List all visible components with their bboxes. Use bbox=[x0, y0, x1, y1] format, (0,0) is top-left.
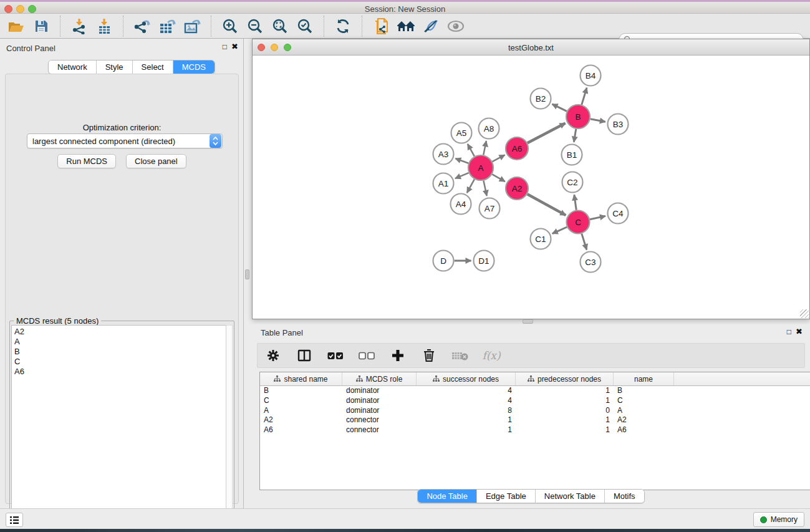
cell-name[interactable]: A bbox=[614, 406, 674, 416]
tab-network-table[interactable]: Network Table bbox=[536, 490, 605, 503]
table-row[interactable]: A6connector11A6 bbox=[260, 425, 810, 435]
export-network-button[interactable] bbox=[130, 16, 155, 37]
column-header-shared-name[interactable]: shared name bbox=[260, 372, 342, 385]
zoom-selected-button[interactable] bbox=[292, 16, 317, 37]
run-mcds-button[interactable]: Run MCDS bbox=[57, 154, 116, 168]
mcds-result-item[interactable]: A6 bbox=[14, 367, 226, 377]
column-header-successor-nodes[interactable]: successor nodes bbox=[417, 372, 516, 385]
home-view-button[interactable] bbox=[393, 16, 418, 37]
cell-predecessor-nodes[interactable]: 1 bbox=[516, 396, 614, 406]
new-session-from-network-button[interactable] bbox=[369, 16, 393, 37]
table-panel-float-button[interactable]: □ bbox=[787, 327, 791, 336]
table-row[interactable]: Bdominator41B bbox=[260, 386, 810, 396]
add-column-button[interactable] bbox=[390, 347, 406, 364]
zoom-out-button[interactable] bbox=[243, 16, 268, 37]
table-body[interactable]: Bdominator41BCdominator41CAdominator80AA… bbox=[260, 386, 810, 435]
tab-mcds[interactable]: MCDS bbox=[173, 60, 215, 74]
zoom-fit-button[interactable] bbox=[268, 16, 292, 37]
edge-C-C2[interactable] bbox=[574, 195, 576, 210]
table-panel-close-button[interactable]: ✖ bbox=[796, 327, 803, 336]
delete-column-button[interactable] bbox=[421, 347, 437, 364]
apply-function-button[interactable]: f(x) bbox=[483, 347, 499, 364]
edge-A-A5[interactable] bbox=[468, 144, 475, 157]
edge-C-C4[interactable] bbox=[590, 216, 605, 219]
hide-graphics-details-button[interactable] bbox=[418, 16, 443, 37]
horizontal-split-divider-handle[interactable] bbox=[523, 319, 533, 324]
table-row[interactable]: Cdominator41C bbox=[260, 396, 810, 406]
tab-edge-table[interactable]: Edge Table bbox=[477, 490, 536, 503]
column-header-MCDS-role[interactable]: MCDS role bbox=[342, 372, 417, 385]
close-panel-button[interactable]: Close panel bbox=[126, 154, 186, 168]
refresh-button[interactable] bbox=[330, 16, 355, 37]
deselect-all-rows-button[interactable] bbox=[359, 347, 375, 364]
network-window-titlebar[interactable]: testGlobe.txt bbox=[253, 39, 809, 56]
cell-shared-name[interactable]: B bbox=[260, 386, 342, 396]
cell-name[interactable]: A6 bbox=[614, 425, 674, 435]
export-image-button[interactable] bbox=[180, 16, 205, 37]
cell-MCDS-role[interactable]: dominator bbox=[342, 406, 417, 416]
edge-A-A3[interactable] bbox=[455, 158, 468, 163]
cell-name[interactable]: C bbox=[614, 396, 674, 406]
mcds-result-scrollbar[interactable] bbox=[226, 325, 233, 532]
split-table-view-button[interactable] bbox=[296, 347, 312, 364]
edge-A-A6[interactable] bbox=[493, 155, 505, 162]
tab-network[interactable]: Network bbox=[49, 60, 97, 74]
open-file-button[interactable] bbox=[4, 16, 29, 37]
edge-A-A7[interactable] bbox=[483, 181, 486, 196]
task-history-button[interactable] bbox=[6, 513, 23, 527]
memory-button[interactable]: Memory bbox=[753, 512, 804, 527]
table-settings-gear-button[interactable] bbox=[265, 347, 281, 364]
export-table-button[interactable] bbox=[155, 16, 180, 37]
cell-successor-nodes[interactable]: 8 bbox=[417, 406, 516, 416]
cell-shared-name[interactable]: A6 bbox=[260, 425, 342, 435]
table-row[interactable]: Adominator80A bbox=[260, 406, 810, 416]
edge-A6-B[interactable] bbox=[528, 123, 566, 143]
edge-A-A1[interactable] bbox=[455, 173, 469, 178]
delete-table-button[interactable] bbox=[452, 347, 468, 364]
tab-style[interactable]: Style bbox=[97, 60, 133, 74]
cell-successor-nodes[interactable]: 4 bbox=[417, 396, 516, 406]
show-graphics-details-button[interactable] bbox=[443, 16, 468, 37]
cell-shared-name[interactable]: C bbox=[260, 396, 342, 406]
cell-predecessor-nodes[interactable]: 1 bbox=[516, 425, 614, 435]
edge-B-B4[interactable] bbox=[582, 88, 587, 105]
import-network-button[interactable] bbox=[67, 16, 92, 37]
save-session-button[interactable] bbox=[29, 16, 54, 37]
tab-node-table[interactable]: Node Table bbox=[418, 490, 477, 503]
control-panel-close-button[interactable]: ✖ bbox=[231, 42, 238, 51]
cell-predecessor-nodes[interactable]: 1 bbox=[516, 415, 614, 425]
edge-B-B1[interactable] bbox=[574, 129, 576, 142]
edge-A-A8[interactable] bbox=[483, 141, 486, 155]
cell-MCDS-role[interactable]: dominator bbox=[342, 386, 417, 396]
cell-shared-name[interactable]: A bbox=[260, 406, 342, 416]
vertical-split-divider-handle[interactable] bbox=[245, 269, 249, 279]
edge-B-B3[interactable] bbox=[591, 119, 605, 122]
zoom-in-button[interactable] bbox=[218, 16, 243, 37]
cell-MCDS-role[interactable]: dominator bbox=[342, 396, 417, 406]
column-header-predecessor-nodes[interactable]: predecessor nodes bbox=[516, 372, 614, 385]
tab-select[interactable]: Select bbox=[133, 60, 173, 74]
cell-predecessor-nodes[interactable]: 1 bbox=[516, 386, 614, 396]
criterion-dropdown[interactable]: largest connected component (directed) bbox=[27, 133, 223, 148]
edge-A-A4[interactable] bbox=[467, 179, 475, 193]
edge-B-B2[interactable] bbox=[552, 104, 567, 111]
mcds-result-item[interactable]: A bbox=[14, 337, 226, 347]
cell-shared-name[interactable]: A2 bbox=[260, 415, 342, 425]
edge-A2-C[interactable] bbox=[528, 194, 566, 215]
cell-name[interactable]: B bbox=[614, 386, 674, 396]
edge-C-C3[interactable] bbox=[582, 234, 587, 250]
mcds-result-list[interactable]: A2ABCA6 bbox=[11, 325, 226, 532]
import-table-button[interactable] bbox=[92, 16, 117, 37]
cell-MCDS-role[interactable]: connector bbox=[342, 415, 417, 425]
tab-motifs[interactable]: Motifs bbox=[605, 490, 644, 503]
mcds-result-item[interactable]: A2 bbox=[14, 327, 226, 337]
mcds-result-item[interactable]: B bbox=[14, 347, 226, 357]
edge-C-C1[interactable] bbox=[552, 227, 567, 234]
cell-name[interactable]: A2 bbox=[614, 415, 674, 425]
cell-successor-nodes[interactable]: 1 bbox=[417, 415, 516, 425]
table-row[interactable]: A2connector11A2 bbox=[260, 415, 810, 425]
control-panel-float-button[interactable]: □ bbox=[223, 42, 227, 51]
network-canvas[interactable]: B4B2BB3A8A5A6A3B1AA1C2A2A4A7C4CC1C3DD1 bbox=[253, 56, 809, 318]
select-all-rows-button[interactable] bbox=[327, 347, 344, 364]
cell-successor-nodes[interactable]: 4 bbox=[417, 386, 516, 396]
